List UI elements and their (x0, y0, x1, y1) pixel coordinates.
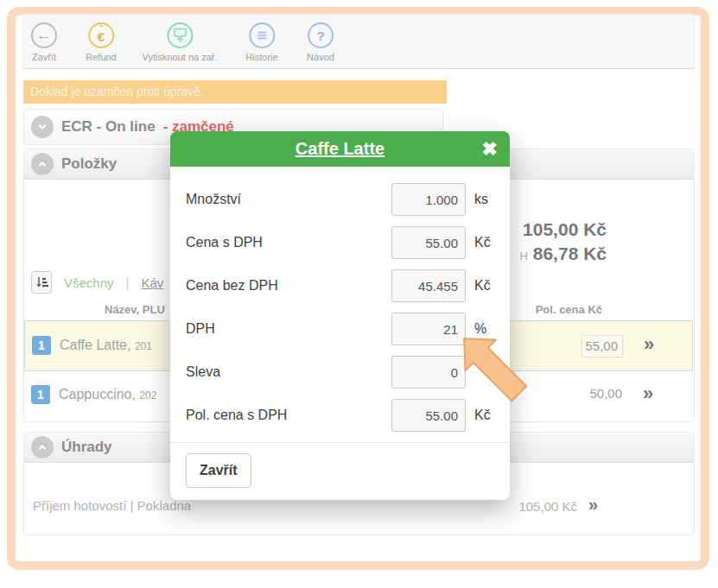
price-with-vat-input[interactable] (391, 226, 466, 259)
modal-footer: Zavřít (170, 442, 510, 500)
field-row-price-without-vat: Cena bez DPH Kč (186, 269, 499, 302)
modal-header: Caffe Latte ✖ (170, 131, 510, 167)
payment-amount: 105,00 Kč (482, 499, 577, 514)
close-icon[interactable]: ✖ (482, 140, 498, 159)
field-row-price-with-vat: Cena s DPH Kč (186, 226, 499, 259)
payment-detail-chevron-icon[interactable]: » (588, 495, 598, 515)
toolbar-history-button[interactable]: Historie (245, 22, 277, 62)
modal-close-button[interactable]: Zavřít (186, 453, 251, 488)
vat-rate-input[interactable] (391, 313, 466, 345)
field-row-vat: DPH % (186, 313, 499, 345)
quantity-input[interactable] (391, 183, 466, 216)
item-name: Caffe Latte, 201 (60, 338, 152, 353)
field-row-discount: Sleva (186, 356, 499, 389)
toolbar-help-label: Návod (307, 52, 334, 62)
history-list-icon (249, 22, 275, 48)
filter-all-link[interactable]: Všechny (64, 275, 114, 290)
field-unit: % (474, 321, 499, 337)
items-section-title: Položky (61, 155, 117, 173)
chevron-up-icon[interactable] (31, 436, 54, 458)
field-label: Množství (186, 192, 391, 207)
modal-body: Množství ks Cena s DPH Kč Cena bez DPH K… (170, 167, 510, 432)
column-header-name: Název, PLU (105, 303, 165, 316)
column-header-price: Pol. cena Kč (518, 303, 602, 316)
toolbar-history-label: Historie (245, 52, 277, 62)
toolbar-print-label: Vytisknout na zař. (142, 52, 217, 62)
toolbar-refund-label: Refund (86, 52, 116, 62)
chevron-up-icon[interactable] (31, 153, 54, 175)
discount-input[interactable] (391, 356, 466, 389)
field-row-line-total: Pol. cena s DPH Kč (186, 399, 499, 432)
row-detail-chevron-icon[interactable]: » (644, 333, 654, 356)
back-arrow-icon: ← (31, 22, 57, 48)
field-label: Cena bez DPH (186, 278, 391, 294)
hidden-label-fragment: H (520, 250, 528, 262)
payment-method-label: Příjem hotovostí | Pokladna (33, 498, 191, 513)
field-label: Pol. cena s DPH (186, 408, 391, 423)
field-unit: Kč (474, 278, 499, 294)
ecr-title: ECR - On line (61, 118, 156, 136)
filter-separator: | (126, 275, 130, 290)
field-label: DPH (186, 321, 391, 337)
help-question-icon: ? (308, 22, 334, 48)
toolbar-print-button[interactable]: Vytisknout na zař. (142, 22, 217, 62)
chevron-down-icon[interactable] (31, 116, 54, 138)
refund-euro-icon: ˆ € (88, 22, 114, 48)
toolbar-close-button[interactable]: ← Zavřít (31, 22, 57, 62)
field-label: Cena s DPH (186, 235, 391, 250)
toolbar: ← Zavřít ˆ € Refund Vytisknout na zař. (22, 14, 695, 69)
items-filter-row: Všechny | Káv (31, 271, 163, 294)
quantity-badge: 1 (32, 336, 51, 355)
modal-title: Caffe Latte (295, 139, 384, 159)
item-detail-modal: Caffe Latte ✖ Množství ks Cena s DPH Kč … (170, 131, 510, 500)
payments-section-title: Úhrady (61, 439, 112, 456)
quantity-badge: 1 (31, 385, 50, 404)
field-row-quantity: Množství ks (186, 183, 499, 216)
item-price-box[interactable]: 55,00 (581, 335, 623, 357)
item-name: Cappuccino, 202 (59, 387, 156, 402)
line-total-input[interactable] (391, 399, 466, 432)
toolbar-refund-button[interactable]: ˆ € Refund (86, 22, 116, 62)
item-plu: 201 (135, 340, 152, 352)
locked-warning-banner: Doklad je uzamčen proti úpravě. (23, 80, 447, 104)
item-price: 50,00 (574, 386, 622, 401)
filter-category-link[interactable]: Káv (141, 275, 163, 290)
field-unit: Kč (474, 235, 499, 250)
field-unit: ks (474, 192, 499, 207)
toolbar-close-label: Zavřít (32, 52, 56, 62)
toolbar-help-button[interactable]: ? Návod (307, 22, 334, 62)
sort-button[interactable] (31, 271, 52, 294)
field-label: Sleva (186, 364, 391, 380)
app-window: ← Zavřít ˆ € Refund Vytisknout na zař. (0, 0, 718, 588)
print-device-icon (167, 22, 193, 48)
row-detail-chevron-icon[interactable]: » (643, 383, 653, 405)
item-plu: 202 (139, 389, 156, 401)
field-unit: Kč (474, 408, 499, 423)
price-without-vat-input[interactable] (391, 269, 466, 302)
